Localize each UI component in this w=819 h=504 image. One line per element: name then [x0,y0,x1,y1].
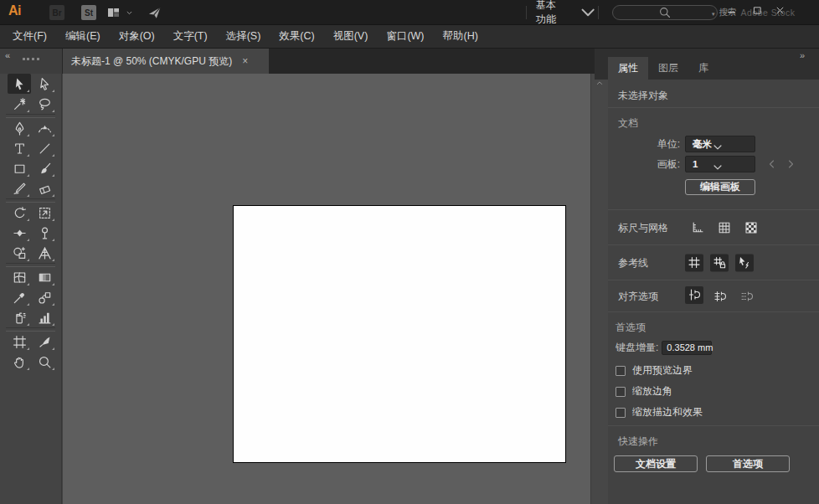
menu-item-type[interactable]: 文字(T) [164,25,217,48]
hand-tool[interactable] [8,352,31,372]
search-icon [619,6,711,19]
slice-tool[interactable] [33,332,56,352]
lock-guides-button[interactable] [710,254,729,271]
artboard-tool[interactable] [8,332,31,352]
units-dropdown[interactable]: 毫米 [685,136,755,152]
menu-item-object[interactable]: 对象(O) [110,25,164,48]
menu-item-effect[interactable]: 效果(C) [270,25,323,48]
illustrator-logo: Ai [8,3,21,18]
snap-to-grid-button[interactable] [710,286,730,306]
menu-item-file[interactable]: 文件(F) [3,25,56,48]
share-icon[interactable] [147,6,162,20]
rotate-tool[interactable] [8,203,31,223]
curvature-tool[interactable] [33,118,56,138]
toolbar-grip-handle[interactable] [23,58,39,60]
snap-options-section: 对齐选项 [608,280,819,311]
bridge-icon[interactable]: Br [49,5,64,20]
chevron-down-icon[interactable] [125,8,134,18]
snap-to-pixel-button[interactable] [737,286,757,306]
flyout-indicator [27,239,29,241]
blend-tool[interactable] [33,287,56,307]
type-tool[interactable] [8,138,31,158]
grid-icon[interactable] [714,218,734,238]
shape-builder-tool[interactable] [8,243,31,263]
menu-item-select[interactable]: 选择(S) [217,25,270,48]
maximize-button[interactable] [752,4,774,20]
next-artboard-icon[interactable] [784,157,797,171]
minimize-icon [726,4,748,20]
shaper-tool[interactable] [8,178,31,198]
checkbox[interactable] [616,366,626,376]
tab-layers[interactable]: 图层 [648,57,688,80]
collapse-panels-icon[interactable]: » [800,50,805,60]
checkbox[interactable] [616,408,626,418]
document-setup-button[interactable]: 文档设置 [614,455,698,472]
chevron-right-icon [784,157,797,171]
close-icon [775,4,796,20]
menu-item-edit[interactable]: 编辑(E) [56,25,110,48]
artboard-dropdown[interactable]: 1 [685,156,755,172]
transparency-grid-icon[interactable] [741,218,761,238]
column-graph-tool[interactable] [33,307,56,327]
show-guides-button[interactable] [685,254,703,271]
flyout-indicator [27,110,29,112]
line-segment-tool[interactable] [33,138,56,158]
perspective-grid-tool[interactable] [33,243,56,263]
mesh-tool[interactable] [8,267,31,287]
arrange-documents-icon[interactable] [106,6,121,19]
edit-artboards-button[interactable]: 编辑画板 [685,179,755,195]
quick-actions-section: 快速操作 文档设置首选项 [608,425,819,504]
chevron-down-icon [567,0,609,25]
tab-properties[interactable]: 属性 [608,57,648,80]
illustrator-window: Ai Br St 基本功能 ▾ 搜索 Adobe Stock 文件(F)编辑(E… [0,0,819,504]
rectangle-tool[interactable] [8,158,31,178]
flyout-indicator [52,323,54,326]
gradient-tool[interactable] [33,267,56,287]
checkbox[interactable] [616,387,626,397]
minimize-button[interactable] [726,4,748,20]
previous-artboard-icon[interactable] [765,157,779,171]
vertical-scrollbar[interactable] [590,74,608,504]
tab-libraries[interactable]: 库 [688,57,719,80]
collapse-toolbar-icon[interactable]: « [5,50,10,60]
pen-tool[interactable] [8,118,31,138]
lasso-tool[interactable] [33,94,56,114]
tools-grid [0,74,61,372]
width-tool[interactable] [8,223,31,243]
smart-guides-button[interactable] [735,254,754,271]
guides-label: 参考线 [618,255,648,270]
rulers-icon[interactable] [688,218,708,238]
close-button[interactable] [775,4,796,20]
flyout-indicator [27,347,29,350]
direct-selection-tool[interactable] [33,74,56,94]
preferences-button[interactable]: 首选项 [706,455,790,472]
snap-to-point-button[interactable] [685,286,703,304]
puppet-warp-tool[interactable] [33,223,56,243]
eyedropper-tool[interactable] [8,287,31,307]
artboard-label: 画板: [608,157,680,172]
flyout-indicator [52,239,54,241]
keyboard-increment-field[interactable]: 0.3528 mm [662,341,712,355]
free-transform-tool[interactable] [33,203,56,223]
magic-wand-tool[interactable] [8,94,31,114]
menu-item-window[interactable]: 窗口(W) [377,25,433,48]
menu-item-help[interactable]: 帮助(H) [434,25,487,48]
flyout-indicator [27,323,29,326]
zoom-tool[interactable] [33,352,56,372]
selection-tool[interactable] [8,74,31,94]
panel-tabs: 属性图层库 [608,57,719,80]
search-input[interactable]: ▾ 搜索 Adobe Stock [612,5,718,20]
eraser-tool[interactable] [33,178,56,198]
flyout-indicator [27,219,29,221]
flyout-indicator [27,368,29,370]
keyboard-increment-label: 键盘增量: [616,341,658,355]
canvas[interactable] [63,74,590,504]
symbol-sprayer-tool[interactable] [8,307,31,327]
title-bar: Ai Br St 基本功能 ▾ 搜索 Adobe Stock [0,0,819,25]
document-tab[interactable]: 未标题-1 @ 50% (CMYK/GPU 预览) × [63,49,269,74]
chevron-down-icon [683,160,752,175]
stock-icon[interactable]: St [81,5,96,20]
close-tab-icon[interactable]: × [242,55,248,67]
menu-item-view[interactable]: 视图(V) [324,25,378,48]
paintbrush-tool[interactable] [33,158,56,178]
